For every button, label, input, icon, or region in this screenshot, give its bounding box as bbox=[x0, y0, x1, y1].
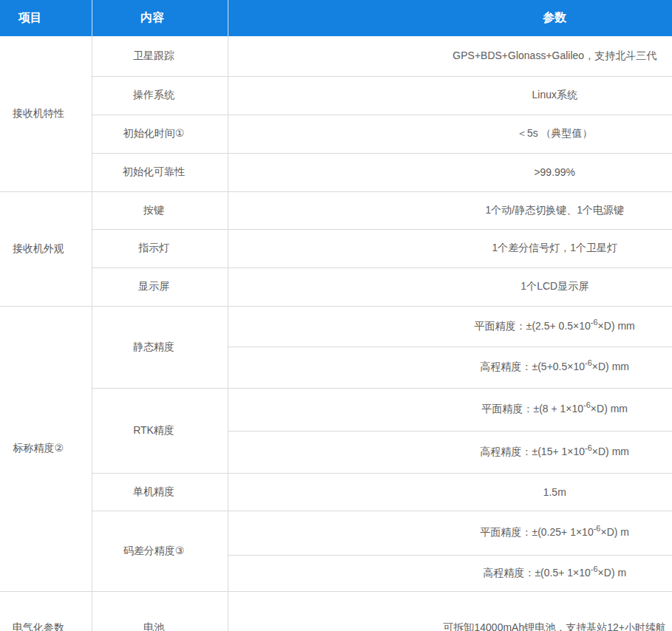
superscript-exponent: -6 bbox=[585, 443, 592, 452]
param-cell: 1个动/静态切换键、1个电源键 bbox=[228, 191, 672, 229]
param-formula-post: ×D) m bbox=[598, 567, 627, 579]
table-row: 标称精度② 静态精度 平面精度：±(2.5+ 0.5×10-6×D) mm bbox=[0, 306, 672, 347]
table-row: 初始化时间① ＜5s （典型值） bbox=[0, 115, 672, 153]
header-param-column: 参数 bbox=[228, 0, 672, 36]
param-formula-pre: 高程精度：±(15+ 1×10 bbox=[481, 446, 586, 457]
content-cell: RTK精度 bbox=[92, 388, 228, 473]
param-formula-post: ×D) mm bbox=[592, 446, 629, 457]
param-formula-pre: 高程精度：±(5+0.5×10 bbox=[481, 361, 586, 372]
param-formula-pre: 平面精度：±(2.5+ 0.5×10 bbox=[475, 320, 591, 332]
header-content-column: 内容 bbox=[92, 0, 228, 36]
superscript-exponent: -6 bbox=[583, 400, 591, 409]
param-cell: 可拆卸14000mAh锂电池，支持基站12+小时续航 bbox=[228, 591, 672, 631]
content-cell: 初始化可靠性 bbox=[92, 153, 228, 191]
table-row: 操作系统 Linux系统 bbox=[0, 76, 672, 115]
param-cell: 平面精度：±(8 + 1×10-6×D) mm bbox=[228, 388, 672, 431]
section-label-nominal-accuracy: 标称精度② bbox=[0, 306, 92, 591]
param-formula-pre: 平面精度：±(0.25+ 1×10 bbox=[481, 526, 594, 538]
content-cell: 指示灯 bbox=[92, 229, 228, 267]
content-cell: 单机精度 bbox=[92, 473, 228, 511]
param-cell: Linux系统 bbox=[228, 76, 672, 115]
table-row: RTK精度 平面精度：±(8 + 1×10-6×D) mm bbox=[0, 388, 672, 431]
spec-table: 项目 内容 参数 接收机特性 卫星跟踪 GPS+BDS+Glonass+Gali… bbox=[0, 0, 672, 631]
param-formula-post: ×D) mm bbox=[591, 403, 628, 415]
param-formula-pre: 平面精度：±(8 + 1×10 bbox=[481, 403, 583, 415]
param-formula-pre: 高程精度：±(0.5+ 1×10 bbox=[483, 567, 590, 579]
param-cell: 1个差分信号灯，1个卫星灯 bbox=[228, 229, 672, 267]
content-cell: 码差分精度③ bbox=[92, 511, 228, 591]
table-row: 接收机外观 按键 1个动/静态切换键、1个电源键 bbox=[0, 191, 672, 229]
param-cell: 高程精度：±(15+ 1×10-6×D) mm bbox=[228, 431, 672, 473]
param-cell: 1.5m bbox=[228, 473, 672, 511]
param-formula-post: ×D) m bbox=[600, 526, 629, 538]
spec-table-viewport: 项目 内容 参数 接收机特性 卫星跟踪 GPS+BDS+Glonass+Gali… bbox=[0, 0, 672, 631]
content-cell: 静态精度 bbox=[92, 306, 228, 388]
param-cell: 平面精度：±(0.25+ 1×10-6×D) m bbox=[228, 511, 672, 555]
content-cell: 操作系统 bbox=[92, 76, 228, 115]
header-row: 项目 内容 参数 bbox=[0, 0, 672, 36]
table-row: 接收机特性 卫星跟踪 GPS+BDS+Glonass+Galileo，支持北斗三… bbox=[0, 36, 672, 76]
table-row: 单机精度 1.5m bbox=[0, 473, 672, 511]
content-cell: 卫星跟踪 bbox=[92, 36, 228, 76]
param-cell: ＜5s （典型值） bbox=[228, 115, 672, 153]
param-cell: 1个LCD显示屏 bbox=[228, 267, 672, 306]
param-formula-post: ×D) mm bbox=[598, 320, 635, 332]
table-row: 初始化可靠性 >99.99% bbox=[0, 153, 672, 191]
param-cell: >99.99% bbox=[228, 153, 672, 191]
content-cell: 显示屏 bbox=[92, 267, 228, 306]
param-cell: 高程精度：±(0.5+ 1×10-6×D) m bbox=[228, 555, 672, 591]
content-cell: 电池 bbox=[92, 591, 228, 631]
superscript-exponent: -6 bbox=[591, 318, 598, 327]
superscript-exponent: -6 bbox=[591, 565, 598, 573]
content-cell: 按键 bbox=[92, 191, 228, 229]
table-row: 指示灯 1个差分信号灯，1个卫星灯 bbox=[0, 229, 672, 267]
table-row: 电气化参数 电池 可拆卸14000mAh锂电池，支持基站12+小时续航 bbox=[0, 591, 672, 631]
content-cell: 初始化时间① bbox=[92, 115, 228, 153]
superscript-exponent: -6 bbox=[585, 358, 592, 367]
param-cell: GPS+BDS+Glonass+Galileo，支持北斗三代 bbox=[228, 36, 672, 76]
section-label-receiver-features: 接收机特性 bbox=[0, 36, 92, 191]
param-cell: 平面精度：±(2.5+ 0.5×10-6×D) mm bbox=[228, 306, 672, 347]
section-label-electrical-params: 电气化参数 bbox=[0, 591, 92, 631]
header-item-column: 项目 bbox=[0, 0, 92, 36]
table-row: 显示屏 1个LCD显示屏 bbox=[0, 267, 672, 306]
section-label-receiver-appearance: 接收机外观 bbox=[0, 191, 92, 306]
param-cell: 高程精度：±(5+0.5×10-6×D) mm bbox=[228, 347, 672, 388]
table-row: 码差分精度③ 平面精度：±(0.25+ 1×10-6×D) m bbox=[0, 511, 672, 555]
param-formula-post: ×D) mm bbox=[592, 361, 629, 372]
